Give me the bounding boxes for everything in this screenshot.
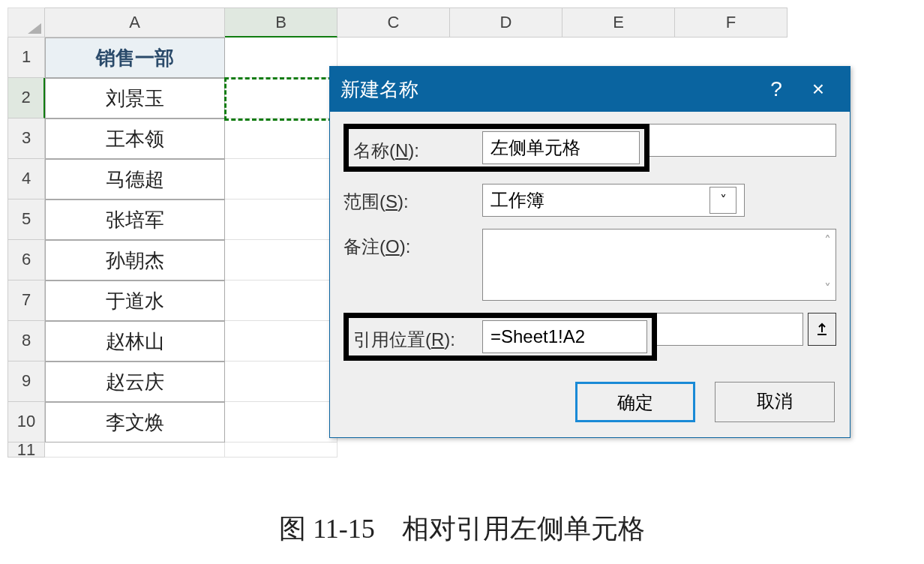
comment-row: 备注(O): ˄ ˅ <box>344 229 836 301</box>
name-highlight: 名称(N): 左侧单元格 <box>344 124 650 172</box>
refers-row: 引用位置(R): =Sheet1!A2 <box>344 313 836 361</box>
row-header-4[interactable]: 4 <box>8 159 45 200</box>
col-header-B[interactable]: B <box>225 8 338 38</box>
scope-select[interactable]: 工作簿 ˅ <box>482 184 745 217</box>
cell-A3[interactable]: 王本领 <box>45 118 225 159</box>
help-button[interactable]: ? <box>755 77 797 101</box>
cell-A7[interactable]: 于道水 <box>45 280 225 321</box>
row-11: 11 <box>8 442 915 458</box>
dialog-buttons: 确定 取消 <box>330 373 850 437</box>
cell-A4[interactable]: 马德超 <box>45 159 225 200</box>
name-input[interactable]: 左侧单元格 <box>482 131 640 164</box>
dialog-titlebar: 新建名称 ? × <box>330 67 850 112</box>
col-header-D[interactable]: D <box>450 8 562 38</box>
cell-A2[interactable]: 刘景玉 <box>45 78 225 118</box>
refers-highlight: 引用位置(R): =Sheet1!A2 <box>344 313 657 361</box>
refers-input-extension[interactable] <box>657 313 803 346</box>
cell-A10[interactable]: 李文焕 <box>45 402 225 442</box>
dialog-title-text: 新建名称 <box>340 76 755 103</box>
cell-B10[interactable] <box>225 402 338 442</box>
cell-B8[interactable] <box>225 321 338 362</box>
cell-A1[interactable]: 销售一部 <box>45 38 225 78</box>
name-row: 名称(N): 左侧单元格 <box>344 124 836 172</box>
col-header-E[interactable]: E <box>562 8 675 38</box>
dialog-body: 名称(N): 左侧单元格 范围(S): 工作簿 ˅ 备注(O): ˄ ˅ <box>330 112 850 361</box>
cell-B3[interactable] <box>225 118 338 159</box>
row-header-5[interactable]: 5 <box>8 200 45 240</box>
name-input-extension[interactable] <box>650 124 836 157</box>
cell-B2[interactable] <box>225 78 338 118</box>
cell-B9[interactable] <box>225 362 338 402</box>
cell-B11[interactable] <box>225 442 338 458</box>
col-header-C[interactable]: C <box>338 8 450 38</box>
cell-A8[interactable]: 赵林山 <box>45 321 225 362</box>
select-all-corner[interactable] <box>8 8 45 38</box>
col-header-A[interactable]: A <box>45 8 225 38</box>
cell-A9[interactable]: 赵云庆 <box>45 362 225 402</box>
row-header-3[interactable]: 3 <box>8 118 45 159</box>
figure-caption: 图 11-15 相对引用左侧单元格 <box>0 511 924 548</box>
scope-value: 工作簿 <box>490 184 544 216</box>
row-header-2[interactable]: 2 <box>8 78 45 118</box>
cell-B5[interactable] <box>225 200 338 240</box>
row-header-8[interactable]: 8 <box>8 321 45 362</box>
column-header-row: A B C D E F <box>8 8 915 38</box>
scroll-up-icon[interactable]: ˄ <box>824 232 831 249</box>
refers-label: 引用位置(R): <box>349 322 482 352</box>
name-label: 名称(N): <box>349 133 482 163</box>
cell-B1[interactable] <box>225 38 338 78</box>
cell-B7[interactable] <box>225 280 338 321</box>
chevron-down-icon[interactable]: ˅ <box>710 187 736 214</box>
ok-button[interactable]: 确定 <box>575 382 695 422</box>
scope-label: 范围(S): <box>344 184 482 214</box>
row-header-10[interactable]: 10 <box>8 402 45 442</box>
scroll-down-icon[interactable]: ˅ <box>824 280 831 297</box>
comment-label: 备注(O): <box>344 229 482 259</box>
cancel-button[interactable]: 取消 <box>715 382 835 422</box>
cell-A11[interactable] <box>45 442 225 458</box>
cell-A6[interactable]: 孙朝杰 <box>45 240 225 280</box>
cell-B6[interactable] <box>225 240 338 280</box>
row-header-9[interactable]: 9 <box>8 362 45 402</box>
comment-textarea[interactable]: ˄ ˅ <box>482 229 836 301</box>
cell-B4[interactable] <box>225 159 338 200</box>
row-header-1[interactable]: 1 <box>8 38 45 78</box>
refers-input[interactable]: =Sheet1!A2 <box>482 320 647 353</box>
col-header-F[interactable]: F <box>675 8 788 38</box>
cell-A5[interactable]: 张培军 <box>45 200 225 240</box>
row-header-6[interactable]: 6 <box>8 240 45 280</box>
scope-row: 范围(S): 工作簿 ˅ <box>344 184 836 217</box>
close-icon[interactable]: × <box>797 77 839 101</box>
row-header-11[interactable]: 11 <box>8 442 45 458</box>
new-name-dialog: 新建名称 ? × 名称(N): 左侧单元格 范围(S): 工作簿 ˅ <box>329 66 850 438</box>
range-picker-icon[interactable] <box>808 313 836 346</box>
row-header-7[interactable]: 7 <box>8 280 45 321</box>
